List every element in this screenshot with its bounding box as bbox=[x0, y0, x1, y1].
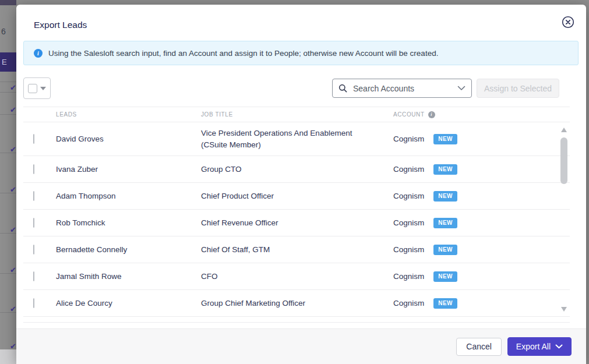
chevron-down-icon[interactable] bbox=[457, 86, 465, 91]
account-name: Cognism bbox=[393, 135, 424, 143]
lead-name: Adam Thompson bbox=[56, 192, 201, 200]
table-row: David Groves Vice President Operations A… bbox=[23, 122, 570, 156]
background-count-text: 6 bbox=[1, 27, 6, 36]
column-header-account: ACCOUNT bbox=[393, 111, 425, 118]
column-header-job-title: JOB TITLE bbox=[201, 111, 393, 118]
account-name: Cognism bbox=[393, 165, 424, 174]
close-icon[interactable] bbox=[562, 16, 574, 29]
dimmed-background: 6 E bbox=[0, 0, 16, 364]
lead-name: Bernadette Connelly bbox=[56, 245, 201, 254]
lead-name: Jamal Smith Rowe bbox=[56, 272, 201, 281]
scroll-up-icon[interactable] bbox=[561, 128, 567, 132]
account-name: Cognism bbox=[393, 245, 424, 254]
chevron-down-icon bbox=[555, 344, 563, 349]
account-info-icon[interactable]: i bbox=[428, 111, 435, 118]
search-accounts-box[interactable] bbox=[332, 79, 472, 98]
background-checkmark-icon bbox=[7, 106, 16, 114]
new-badge: NEW bbox=[433, 271, 457, 282]
row-checkbox[interactable] bbox=[33, 218, 34, 228]
select-all-checkbox[interactable] bbox=[28, 84, 37, 93]
job-title: CFO bbox=[201, 267, 367, 286]
account-name: Cognism bbox=[393, 299, 424, 308]
new-badge: NEW bbox=[433, 245, 457, 255]
lead-name: Ivana Zuber bbox=[56, 165, 201, 174]
row-checkbox[interactable] bbox=[33, 191, 34, 201]
job-title: Vice President Operations And Enablement… bbox=[201, 124, 367, 154]
caret-down-icon bbox=[40, 87, 46, 90]
search-input[interactable] bbox=[352, 83, 457, 94]
row-checkbox[interactable] bbox=[33, 164, 34, 174]
export-all-button[interactable]: Export All bbox=[507, 337, 572, 356]
lead-name: David Groves bbox=[56, 135, 201, 143]
page-title: Export Leads bbox=[34, 20, 87, 30]
search-icon bbox=[338, 84, 347, 93]
row-checkbox[interactable] bbox=[33, 134, 34, 144]
export-leads-modal: Export Leads i Using the Salesloft searc… bbox=[16, 5, 586, 364]
info-icon: i bbox=[34, 49, 43, 58]
lead-name: Alice De Courcy bbox=[56, 299, 201, 308]
account-name: Cognism bbox=[393, 192, 424, 200]
table-header: LEADS JOB TITLE ACCOUNT i bbox=[23, 107, 570, 122]
info-banner-text: Using the Salesloft search input, find a… bbox=[48, 49, 438, 58]
export-all-label: Export All bbox=[516, 342, 551, 351]
scrollbar-thumb[interactable] bbox=[560, 137, 567, 184]
background-footer-edge bbox=[0, 349, 16, 364]
background-export-button-edge: E bbox=[0, 52, 16, 72]
row-checkbox[interactable] bbox=[33, 298, 34, 308]
new-badge: NEW bbox=[433, 164, 457, 175]
job-title: Chief Of Staff, GTM bbox=[201, 241, 367, 259]
table-row: Ivana Zuber Group CTO Cognism NEW bbox=[23, 156, 570, 183]
row-checkbox[interactable] bbox=[33, 271, 34, 281]
job-title: Chief Product Officer bbox=[201, 187, 367, 206]
new-badge: NEW bbox=[433, 191, 457, 202]
assign-to-selected-button[interactable]: Assign to Selected bbox=[477, 79, 559, 98]
scroll-down-icon[interactable] bbox=[561, 307, 567, 312]
job-title: Group CTO bbox=[201, 160, 367, 179]
table-body: David Groves Vice President Operations A… bbox=[23, 122, 570, 317]
row-checkbox[interactable] bbox=[33, 245, 34, 255]
background-checkmark-icon bbox=[7, 84, 16, 92]
info-banner: i Using the Salesloft search input, find… bbox=[23, 41, 579, 65]
cancel-button[interactable]: Cancel bbox=[456, 338, 502, 356]
background-topbar bbox=[0, 0, 16, 5]
account-name: Cognism bbox=[393, 272, 424, 281]
table-row-partial bbox=[23, 317, 570, 323]
leads-table: LEADS JOB TITLE ACCOUNT i David Groves V… bbox=[23, 107, 570, 323]
column-header-leads: LEADS bbox=[56, 111, 201, 118]
new-badge: NEW bbox=[433, 218, 457, 228]
table-row: Rob Tomchick Chief Revenue Officer Cogni… bbox=[23, 210, 570, 236]
modal-footer: Cancel Export All bbox=[16, 328, 586, 364]
lead-name: Rob Tomchick bbox=[56, 218, 201, 227]
table-row: Jamal Smith Rowe CFO Cognism NEW bbox=[23, 263, 570, 290]
account-name: Cognism bbox=[393, 218, 424, 227]
job-title: Group Chief Marketing Officer bbox=[201, 294, 367, 313]
toolbar: Assign to Selected bbox=[16, 77, 586, 101]
table-row: Alice De Courcy Group Chief Marketing Of… bbox=[23, 290, 570, 317]
job-title: Chief Revenue Officer bbox=[201, 214, 367, 232]
table-row: Adam Thompson Chief Product Officer Cogn… bbox=[23, 183, 570, 210]
new-badge: NEW bbox=[433, 298, 457, 309]
table-row: Bernadette Connelly Chief Of Staff, GTM … bbox=[23, 236, 570, 263]
new-badge: NEW bbox=[433, 134, 457, 144]
select-all-dropdown[interactable] bbox=[23, 77, 51, 99]
